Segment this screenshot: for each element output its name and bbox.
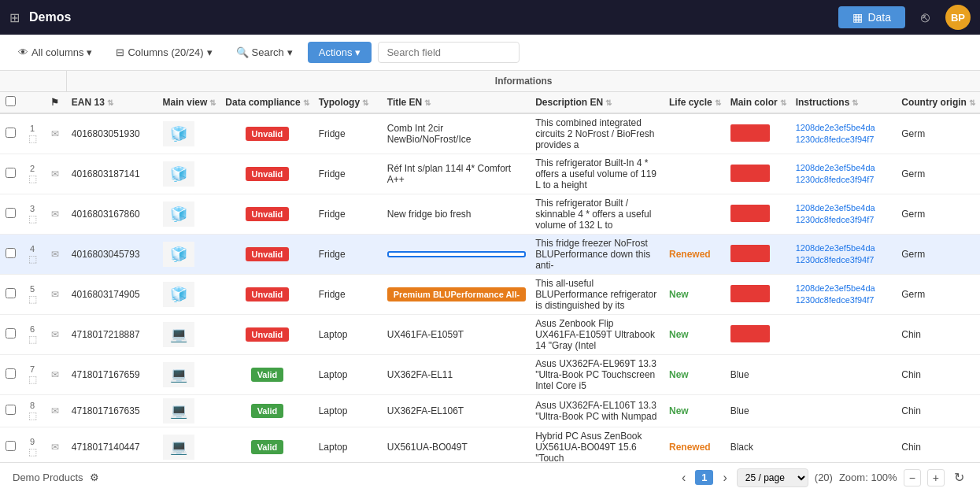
- row-checkbox-cell[interactable]: [0, 395, 21, 427]
- nav-network-button[interactable]: ⎋: [915, 6, 936, 29]
- instruction-link[interactable]: 1208de2e3ef5be4da: [796, 242, 893, 254]
- refresh-button[interactable]: ↻: [951, 468, 967, 486]
- row-checkbox-cell[interactable]: [0, 194, 21, 235]
- row-actions-icon[interactable]: ⬚: [26, 173, 38, 184]
- col-header-country[interactable]: Country origin ⇅: [897, 92, 980, 114]
- instruction-link[interactable]: 1208de2e3ef5be4da: [796, 283, 893, 294]
- data-button[interactable]: ▦ Data: [838, 6, 905, 28]
- mail-icon[interactable]: ✉: [51, 329, 59, 340]
- title-edit-cell[interactable]: [387, 251, 526, 257]
- row-checkbox-cell[interactable]: [0, 113, 21, 154]
- sort-icon-lifecycle[interactable]: ⇅: [715, 98, 721, 107]
- grid-icon[interactable]: ⊞: [9, 10, 20, 25]
- compliance-badge: Valid: [251, 440, 284, 454]
- col-header-desc-en[interactable]: Description EN ⇅: [531, 92, 664, 114]
- zoom-out-button[interactable]: −: [904, 469, 921, 486]
- info-group-header: Informations: [67, 71, 980, 92]
- actions-button[interactable]: Actions ▾: [308, 42, 372, 63]
- row-checkbox[interactable]: [6, 288, 16, 298]
- row-actions-icon[interactable]: ⬚: [26, 446, 38, 457]
- row-checkbox-cell[interactable]: [0, 315, 21, 355]
- mail-icon[interactable]: ✉: [51, 209, 59, 220]
- zoom-in-button[interactable]: +: [927, 469, 945, 486]
- all-columns-button[interactable]: 👁 All columns ▾: [9, 42, 101, 63]
- row-compliance-cell: Unvalid: [220, 275, 313, 315]
- instruction-link[interactable]: 1208de2e3ef5be4da: [796, 162, 893, 174]
- row-actions-icon[interactable]: ⬚: [26, 374, 38, 385]
- col-header-mainview[interactable]: Main view ⇅: [158, 92, 221, 114]
- mail-icon[interactable]: ✉: [51, 442, 59, 453]
- instruction-link[interactable]: 1208de2e3ef5be4da: [796, 202, 893, 214]
- row-checkbox-cell[interactable]: [0, 154, 21, 194]
- row-checkbox[interactable]: [6, 328, 16, 338]
- total-count: (20): [815, 472, 833, 483]
- row-desc-cell: This fridge freezer NoFrost BLUPerforman…: [531, 235, 664, 275]
- instruction-link[interactable]: 1208de2e3ef5be4da: [796, 122, 893, 134]
- columns-button[interactable]: ⊟ Columns (20/24) ▾: [107, 42, 220, 63]
- col-header-compliance[interactable]: Data compliance ⇅: [220, 92, 313, 114]
- sort-icon-mainview[interactable]: ⇅: [209, 98, 216, 107]
- col-header-instructions[interactable]: Instructions ⇅: [791, 92, 897, 114]
- row-checkbox[interactable]: [6, 208, 16, 218]
- row-country-cell: Chin: [897, 355, 980, 395]
- instruction-link[interactable]: 1230dc8fedce3f94f7: [796, 254, 893, 266]
- sort-icon-country[interactable]: ⇅: [969, 98, 975, 107]
- col-header-typology[interactable]: Typology ⇅: [314, 92, 383, 114]
- instruction-link[interactable]: 1230dc8fedce3f94f7: [796, 174, 893, 186]
- mail-icon[interactable]: ✉: [51, 128, 59, 139]
- select-all-checkbox[interactable]: [6, 96, 16, 106]
- row-actions-icon[interactable]: ⬚: [26, 294, 38, 305]
- col-header-ean[interactable]: EAN 13 ⇅: [67, 92, 158, 114]
- row-checkbox-cell[interactable]: [0, 427, 21, 463]
- row-checkbox[interactable]: [6, 248, 16, 258]
- sort-icon-title-en[interactable]: ⇅: [424, 98, 431, 107]
- row-checkbox-cell[interactable]: [0, 355, 21, 395]
- mail-icon[interactable]: ✉: [51, 369, 59, 380]
- next-page-button[interactable]: ›: [719, 469, 730, 486]
- sort-icon-desc-en[interactable]: ⇅: [605, 98, 612, 107]
- row-checkbox[interactable]: [6, 441, 16, 451]
- chevron-down-icon-2: ▾: [207, 46, 213, 58]
- instruction-link[interactable]: 1230dc8fedce3f94f7: [796, 214, 893, 226]
- settings-button[interactable]: ⚙: [88, 470, 101, 485]
- search-input[interactable]: [378, 42, 520, 63]
- row-ean-cell: 4016803167860: [67, 194, 158, 235]
- per-page-select[interactable]: 25 / page 50 / page 100 / page: [737, 468, 808, 487]
- row-checkbox-cell[interactable]: [0, 235, 21, 275]
- sort-icon-typology[interactable]: ⇅: [362, 98, 368, 107]
- row-instructions-cell: [791, 427, 897, 463]
- row-actions-icon[interactable]: ⬚: [26, 133, 38, 144]
- col-header-check[interactable]: [0, 92, 21, 114]
- instruction-link[interactable]: 1230dc8fedce3f94f7: [796, 294, 893, 306]
- row-compliance-cell: Valid: [220, 427, 313, 463]
- row-checkbox[interactable]: [6, 168, 16, 178]
- prev-page-button[interactable]: ‹: [679, 469, 689, 486]
- compliance-badge: Unvalid: [246, 127, 290, 141]
- col-header-color[interactable]: Main color ⇅: [726, 92, 791, 114]
- avatar[interactable]: BP: [945, 5, 971, 30]
- sort-icon-instructions[interactable]: ⇅: [852, 98, 858, 107]
- search-button[interactable]: 🔍 Search ▾: [227, 42, 301, 63]
- row-checkbox[interactable]: [6, 128, 16, 138]
- mail-icon[interactable]: ✉: [51, 289, 59, 300]
- row-color-cell: [726, 235, 791, 275]
- row-mainview-cell: 🧊: [158, 235, 221, 275]
- row-actions-icon[interactable]: ⬚: [26, 213, 38, 224]
- mail-icon[interactable]: ✉: [51, 168, 59, 179]
- col-header-lifecycle[interactable]: Life cycle ⇅: [664, 92, 726, 114]
- row-checkbox[interactable]: [6, 405, 16, 415]
- mail-icon[interactable]: ✉: [51, 405, 59, 416]
- sort-icon-compliance[interactable]: ⇅: [303, 98, 309, 107]
- sort-icon-color[interactable]: ⇅: [780, 98, 786, 107]
- row-actions-icon[interactable]: ⬚: [26, 334, 38, 345]
- row-actions-icon[interactable]: ⬚: [26, 410, 38, 421]
- row-actions-icon[interactable]: ⬚: [26, 253, 38, 264]
- mail-icon[interactable]: ✉: [51, 249, 59, 260]
- color-swatch: [730, 325, 770, 342]
- sort-icon-ean[interactable]: ⇅: [107, 98, 113, 107]
- row-checkbox[interactable]: [6, 368, 16, 379]
- row-checkbox-cell[interactable]: [0, 275, 21, 315]
- col-header-title-en[interactable]: Title EN ⇅: [383, 92, 531, 114]
- color-text: Blue: [730, 405, 749, 416]
- instruction-link[interactable]: 1230dc8fedce3f94f7: [796, 134, 893, 146]
